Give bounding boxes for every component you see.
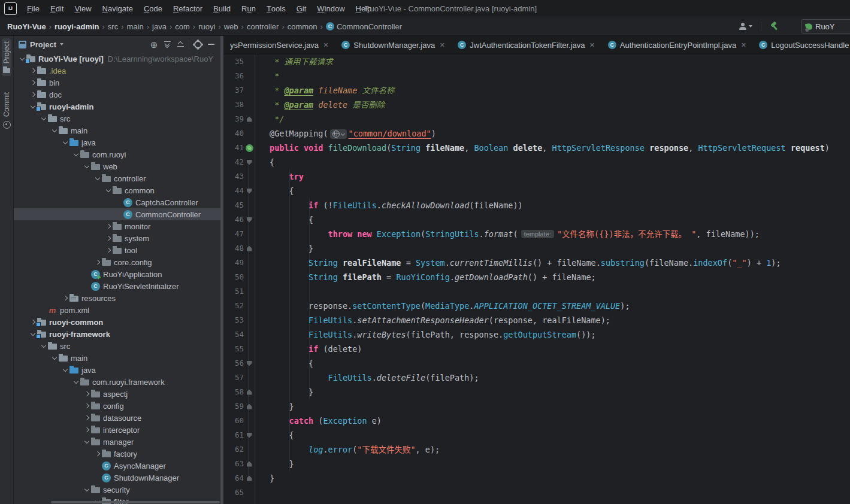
- menu-navigate[interactable]: Navigate: [97, 0, 138, 17]
- line-number[interactable]: 47: [223, 227, 244, 241]
- line-number[interactable]: 52: [223, 299, 244, 313]
- chevron-expanded-icon[interactable]: [50, 129, 59, 132]
- chevron-expanded-icon[interactable]: [39, 117, 48, 120]
- breadcrumb-item-ruoyi-vue[interactable]: RuoYi-Vue: [7, 22, 46, 31]
- tree-item-system[interactable]: system: [14, 232, 220, 244]
- tree-item-main[interactable]: main: [14, 125, 220, 136]
- tree-item-main[interactable]: main: [14, 352, 220, 364]
- collapse-all-button[interactable]: [176, 40, 185, 49]
- fold-marker-icon[interactable]: [247, 117, 252, 122]
- fold-marker-icon[interactable]: [247, 189, 252, 194]
- line-number[interactable]: 56: [223, 356, 244, 371]
- line-number[interactable]: 58: [223, 385, 244, 399]
- chevron-down-icon[interactable]: [60, 43, 63, 45]
- line-number[interactable]: 43: [223, 169, 244, 184]
- breadcrumb-item-java[interactable]: java: [152, 22, 167, 31]
- menu-code[interactable]: Code: [138, 0, 168, 17]
- chevron-collapsed-icon[interactable]: [93, 452, 102, 456]
- breadcrumb-item-ruoyi[interactable]: ruoyi: [198, 22, 215, 31]
- line-number[interactable]: 66: [223, 500, 244, 504]
- chevron-expanded-icon[interactable]: [82, 165, 91, 168]
- fold-marker-icon[interactable]: [247, 217, 252, 223]
- stripe-button-commit[interactable]: Commit: [2, 89, 11, 131]
- line-number[interactable]: 35: [223, 54, 244, 69]
- tree-item-ruoyi-framework[interactable]: ruoyi-framework: [14, 328, 220, 340]
- chevron-expanded-icon[interactable]: [82, 441, 91, 443]
- menu-build[interactable]: Build: [208, 0, 236, 17]
- tree-item-factory[interactable]: factory: [14, 448, 220, 460]
- line-number[interactable]: 36: [223, 69, 244, 83]
- tree-item-bin[interactable]: bin: [14, 77, 220, 89]
- line-number[interactable]: 57: [223, 371, 244, 385]
- code-line-60[interactable]: 60 catch (Exception e): [223, 414, 850, 428]
- menu-refactor[interactable]: Refactor: [168, 0, 208, 17]
- line-number[interactable]: 63: [223, 457, 244, 471]
- fold-marker-icon[interactable]: [247, 404, 252, 409]
- chevron-expanded-icon[interactable]: [104, 189, 113, 192]
- code-line-37[interactable]: 37 * @param fileName 文件名称: [223, 83, 850, 98]
- code-line-54[interactable]: 54 FileUtils.writeBytes(filePath, respon…: [223, 327, 850, 342]
- tab-jwtauthenticationtokenfilter-java[interactable]: CJwtAuthenticationTokenFilter.java×: [451, 36, 601, 54]
- chevron-collapsed-icon[interactable]: [82, 428, 91, 432]
- line-number[interactable]: 53: [223, 313, 244, 327]
- menu-window[interactable]: Window: [311, 0, 350, 17]
- code-line-39[interactable]: 39 */: [223, 112, 850, 126]
- tree-item-interceptor[interactable]: interceptor: [14, 424, 220, 436]
- tree-item-java[interactable]: java: [14, 364, 220, 376]
- code-line-66[interactable]: 66 /**: [223, 500, 850, 504]
- tree-item-security[interactable]: security: [14, 484, 220, 496]
- tree-item-ruoyi-admin[interactable]: ruoyi-admin: [14, 101, 220, 113]
- tree-item-datasource[interactable]: datasource: [14, 412, 220, 424]
- line-number[interactable]: 64: [223, 471, 244, 485]
- menu-edit[interactable]: Edit: [45, 0, 69, 17]
- tree-item-ruoyi-vue-ruoyi[interactable]: RuoYi-Vue [ruoyi]D:\Learnning\workspace\…: [14, 53, 220, 65]
- code-line-38[interactable]: 38 * @param delete 是否删除: [223, 98, 850, 112]
- tab-authenticationentrypointimpl-java[interactable]: CAuthenticationEntryPointImpl.java×: [601, 36, 753, 54]
- expand-all-button[interactable]: [162, 40, 172, 49]
- code-line-58[interactable]: 58 }: [223, 385, 850, 399]
- tree-item-core-config[interactable]: core.config: [14, 256, 220, 268]
- tree-item-shutdownmanager[interactable]: CShutdownManager: [14, 472, 220, 484]
- chevron-collapsed-icon[interactable]: [82, 416, 91, 420]
- hide-panel-button[interactable]: [206, 40, 216, 49]
- menu-tools[interactable]: Tools: [261, 0, 291, 17]
- tree-item-aspectj[interactable]: aspectj: [14, 388, 220, 400]
- chevron-expanded-icon[interactable]: [71, 153, 80, 156]
- breadcrumb-item-ruoyi-admin[interactable]: ruoyi-admin: [55, 22, 99, 31]
- chevron-collapsed-icon[interactable]: [28, 81, 37, 84]
- chevron-collapsed-icon[interactable]: [104, 236, 113, 240]
- fold-marker-icon[interactable]: [247, 433, 252, 438]
- chevron-expanded-icon[interactable]: [82, 488, 91, 491]
- code-line-65[interactable]: 65: [223, 485, 850, 500]
- fold-marker-icon[interactable]: [247, 361, 252, 366]
- chevron-collapsed-icon[interactable]: [28, 69, 37, 72]
- line-number[interactable]: 40: [223, 126, 244, 141]
- code-line-41[interactable]: 41public void fileDownload(String fileNa…: [223, 141, 850, 155]
- code-line-57[interactable]: 57 FileUtils.deleteFile(filePath);: [223, 371, 850, 385]
- breadcrumb-item-commoncontroller[interactable]: CCommonController: [326, 22, 402, 31]
- tab-yspermissionservice-java[interactable]: ysPermissionService.java×: [223, 36, 335, 54]
- menu-view[interactable]: View: [69, 0, 96, 17]
- tree-item-asyncmanager[interactable]: CAsyncManager: [14, 460, 220, 472]
- code-line-40[interactable]: 40@GetMapping("common/download"): [223, 126, 850, 141]
- run-configuration-select[interactable]: RuoY: [801, 19, 850, 34]
- inline-hint-badge[interactable]: [330, 129, 347, 139]
- chevron-collapsed-icon[interactable]: [104, 224, 113, 228]
- fold-marker-icon[interactable]: [247, 246, 252, 251]
- chevron-expanded-icon[interactable]: [93, 177, 102, 180]
- tree-item-config[interactable]: config: [14, 400, 220, 412]
- chevron-collapsed-icon[interactable]: [28, 93, 37, 96]
- chevron-expanded-icon[interactable]: [61, 141, 69, 144]
- tree-item-common[interactable]: common: [14, 184, 220, 196]
- breadcrumb-item-src[interactable]: src: [108, 22, 118, 31]
- line-number[interactable]: 39: [223, 112, 244, 126]
- code-line-35[interactable]: 35 * 通用下载请求: [223, 54, 850, 69]
- line-number[interactable]: 38: [223, 98, 244, 112]
- tree-item-ruoyi-common[interactable]: ruoyi-common: [14, 316, 220, 328]
- line-number[interactable]: 55: [223, 342, 244, 356]
- code-line-49[interactable]: 49 String realFileName = System.currentT…: [223, 256, 850, 270]
- tree-item-idea[interactable]: .idea: [14, 65, 220, 77]
- chevron-collapsed-icon[interactable]: [82, 404, 91, 408]
- code-line-47[interactable]: 47 throw new Exception(StringUtils.forma…: [223, 227, 850, 241]
- line-number[interactable]: 46: [223, 212, 244, 227]
